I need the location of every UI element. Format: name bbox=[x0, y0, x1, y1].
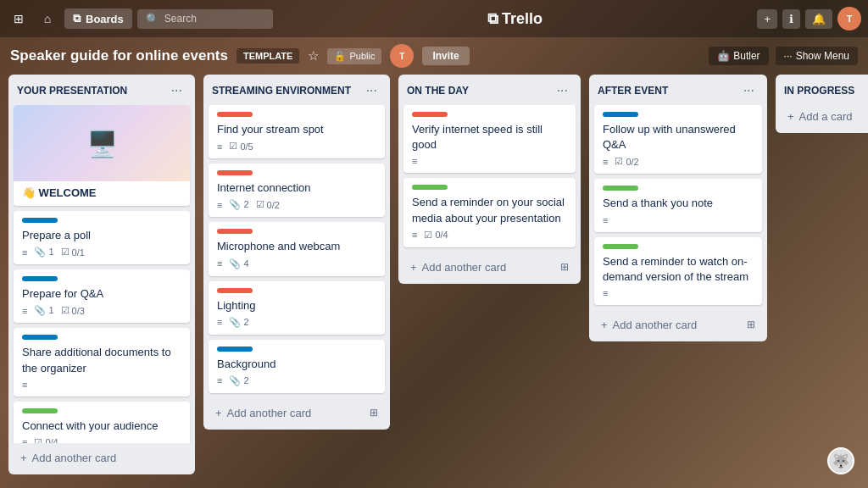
add-card-on-the-day[interactable]: + Add another card ⊞ bbox=[403, 256, 576, 279]
column-body-after-event: Follow up with unanswered Q&A ≡ ☑ 0/2 Se… bbox=[589, 105, 767, 310]
card-meta-follow-up: ≡ ☑ 0/2 bbox=[603, 156, 754, 167]
column-menu-button-on-the-day[interactable]: ··· bbox=[553, 81, 572, 100]
butler-button[interactable]: 🤖 Butler bbox=[709, 47, 768, 65]
card-background[interactable]: Background ≡ 📎 2 bbox=[209, 340, 385, 393]
card-meta-background: ≡ 📎 2 bbox=[217, 375, 376, 386]
home-icon[interactable]: ⌂ bbox=[36, 7, 59, 30]
card-attachment-qa: 📎 1 bbox=[34, 305, 53, 316]
card-reminder-ondemand[interactable]: Send a reminder to watch on-demand versi… bbox=[594, 237, 762, 305]
card-share-docs[interactable]: Share additional documents to the organi… bbox=[14, 328, 190, 396]
card-title-internet: Internet connection bbox=[217, 180, 376, 196]
card-internet[interactable]: Internet connection ≡ 📎 2 ☑ 0/2 bbox=[209, 164, 385, 217]
column-title-after-event: AFTER EVENT bbox=[598, 85, 668, 97]
card-title-microphone: Microphone and webcam bbox=[217, 239, 376, 254]
card-title-connect: Connect with your audience bbox=[22, 419, 181, 434]
user-avatar[interactable]: T bbox=[837, 7, 861, 30]
card-prepare-qa[interactable]: Prepare for Q&A ≡ 📎 1 ☑ 0/3 bbox=[14, 269, 190, 323]
card-meta-lines-qa: ≡ bbox=[22, 306, 27, 316]
column-header-streaming: STREAMING ENVIRONMENT ··· bbox=[203, 75, 390, 105]
card-label-green-reminder bbox=[412, 185, 448, 190]
card-send-reminder-social[interactable]: Send a reminder on your social media abo… bbox=[403, 178, 576, 247]
search-bar[interactable]: 🔍 Search bbox=[137, 9, 273, 29]
column-your-presentation: YOUR PRESENTATION ··· 🖥️ 👋 WELCOME Prepa… bbox=[8, 75, 195, 474]
column-menu-button-streaming[interactable]: ··· bbox=[362, 81, 381, 100]
card-meta-lines-verify: ≡ bbox=[412, 156, 417, 166]
member-avatar[interactable]: T bbox=[390, 44, 414, 68]
card-title-stream-spot: Find your stream spot bbox=[217, 122, 376, 137]
card-welcome[interactable]: 🖥️ 👋 WELCOME bbox=[14, 105, 190, 206]
card-label-green-connect bbox=[22, 408, 58, 413]
card-label-blue-bg bbox=[217, 347, 253, 352]
visibility-badge[interactable]: 🔓 Public bbox=[327, 48, 381, 64]
add-card-label-ontheday: Add another card bbox=[422, 261, 507, 274]
card-meta-lines-internet: ≡ bbox=[217, 200, 222, 210]
column-after-event: AFTER EVENT ··· Follow up with unanswere… bbox=[589, 75, 767, 341]
invite-button[interactable]: Invite bbox=[422, 47, 469, 65]
add-card-streaming[interactable]: + Add another card ⊞ bbox=[209, 402, 385, 424]
card-meta-lines-lighting: ≡ bbox=[217, 317, 222, 327]
card-title-share-docs: Share additional documents to the organi… bbox=[22, 345, 181, 375]
board-content: YOUR PRESENTATION ··· 🖥️ 👋 WELCOME Prepa… bbox=[0, 75, 868, 483]
bot-avatar[interactable]: 🐺 bbox=[827, 447, 854, 474]
card-prepare-poll[interactable]: Prepare a poll ≡ 📎 1 ☑ 0/1 bbox=[14, 211, 190, 264]
info-button[interactable]: ℹ bbox=[782, 9, 800, 29]
welcome-card-image: 🖥️ bbox=[14, 105, 190, 181]
add-card-label-streaming: Add another card bbox=[227, 407, 312, 419]
grid-icon[interactable]: ⊞ bbox=[7, 7, 31, 30]
column-header-in-progress: IN PROGRESS ··· bbox=[776, 75, 868, 105]
column-title-streaming: STREAMING ENVIRONMENT bbox=[212, 85, 351, 97]
card-label-red-spot bbox=[217, 112, 253, 117]
column-menu-button-after-event[interactable]: ··· bbox=[739, 81, 759, 100]
plus-icon-streaming: + bbox=[215, 407, 222, 419]
card-stream-spot[interactable]: Find your stream spot ≡ ☑ 0/5 bbox=[209, 105, 385, 158]
card-attachment-count: 📎 1 bbox=[34, 247, 53, 258]
card-checklist: ☑ 0/1 bbox=[61, 247, 85, 258]
column-title-your-presentation: YOUR PRESENTATION bbox=[17, 85, 127, 97]
column-header-on-the-day: ON THE DAY ··· bbox=[398, 75, 581, 105]
column-on-the-day: ON THE DAY ··· Verify internet speed is … bbox=[398, 75, 581, 284]
add-card-label-after: Add another card bbox=[613, 319, 698, 331]
topnav-right: + ℹ 🔔 T bbox=[757, 7, 861, 30]
add-card-in-progress-top[interactable]: + Add a card bbox=[781, 105, 868, 128]
column-streaming-environment: STREAMING ENVIRONMENT ··· Find your stre… bbox=[203, 75, 390, 430]
card-meta-ondemand: ≡ bbox=[603, 288, 754, 298]
card-connect-audience[interactable]: Connect with your audience ≡ ☑ 0/4 bbox=[14, 402, 190, 443]
card-meta-send-reminder: ≡ ☑ 0/4 bbox=[412, 230, 567, 241]
board-title: Speaker guide for online events bbox=[10, 47, 228, 64]
card-verify-internet[interactable]: Verify internet speed is still good ≡ bbox=[403, 105, 576, 173]
card-checklist-reminder: ☑ 0/4 bbox=[424, 230, 448, 241]
card-thank-you[interactable]: Send a thank you note ≡ bbox=[594, 179, 762, 231]
add-card-your-presentation[interactable]: + Add another card bbox=[14, 446, 190, 469]
show-menu-button[interactable]: ··· Show Menu bbox=[776, 47, 858, 65]
card-checklist-internet: ☑ 0/2 bbox=[256, 199, 280, 210]
visibility-label: Public bbox=[349, 51, 375, 61]
trello-logo-icon: ⧉ bbox=[487, 10, 498, 28]
create-button[interactable]: + bbox=[757, 9, 777, 29]
column-header-your-presentation: YOUR PRESENTATION ··· bbox=[8, 75, 195, 105]
card-meta-lines-followup: ≡ bbox=[603, 157, 608, 167]
lock-icon: 🔓 bbox=[334, 51, 346, 62]
card-checklist-spot: ☑ 0/5 bbox=[229, 141, 253, 152]
add-card-label: Add another card bbox=[32, 452, 117, 464]
card-checklist-followup: ☑ 0/2 bbox=[615, 156, 638, 167]
card-meta-connect: ≡ ☑ 0/4 bbox=[22, 437, 181, 443]
card-meta-lines-share: ≡ bbox=[22, 380, 27, 390]
card-meta-lines-bg: ≡ bbox=[217, 375, 222, 385]
menu-dots-icon: ··· bbox=[784, 50, 793, 62]
bell-button[interactable]: 🔔 bbox=[805, 9, 832, 29]
card-checklist-connect: ☑ 0/4 bbox=[34, 437, 58, 443]
card-label-blue bbox=[22, 218, 58, 223]
trello-icon: ⧉ bbox=[73, 12, 81, 25]
card-lighting[interactable]: Lighting ≡ 📎 2 bbox=[209, 281, 385, 335]
boards-button[interactable]: ⧉ Boards bbox=[64, 8, 132, 29]
star-button[interactable]: ☆ bbox=[308, 48, 319, 64]
add-card-after-event[interactable]: + Add another card ⊞ bbox=[594, 313, 762, 336]
board-header: Speaker guide for online events TEMPLATE… bbox=[0, 37, 868, 75]
card-meta-lines-thankyou: ≡ bbox=[603, 215, 608, 225]
trello-logo: ⧉ Trello bbox=[487, 10, 542, 28]
column-menu-button-your-presentation[interactable]: ··· bbox=[167, 81, 186, 100]
welcome-card-illustration: 🖥️ bbox=[86, 129, 118, 158]
card-microphone[interactable]: Microphone and webcam ≡ 📎 4 bbox=[209, 222, 385, 275]
card-follow-up-qa[interactable]: Follow up with unanswered Q&A ≡ ☑ 0/2 bbox=[594, 105, 762, 174]
card-title-thank-you: Send a thank you note bbox=[603, 196, 754, 211]
